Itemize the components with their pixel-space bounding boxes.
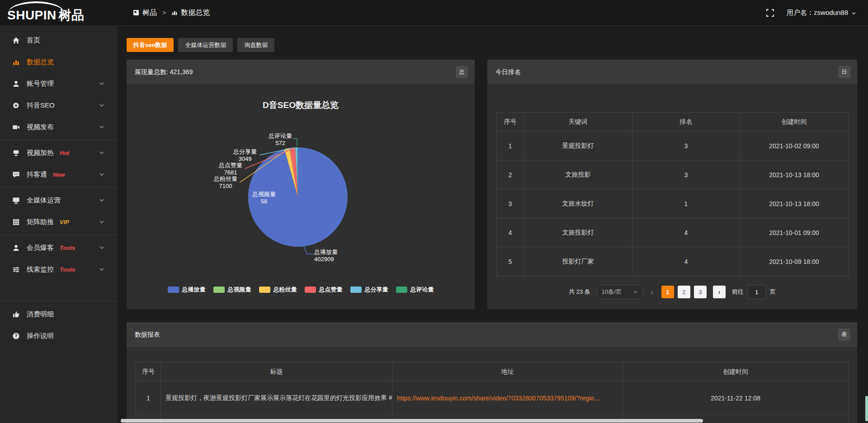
legend-item-1[interactable]: 总视频量 — [213, 286, 251, 294]
url-link[interactable]: https://www.iesdouyin.com/share/video/70… — [392, 381, 623, 415]
pie-slice-4[interactable] — [295, 147, 298, 197]
header-right: 用户名：zswodun88 — [766, 9, 868, 17]
legend-label: 总播放量 — [182, 286, 206, 294]
sidebar-item-member-baoke[interactable]: 会员爆客Tools — [0, 237, 118, 258]
pie-callout-5: 总评论量572 — [253, 132, 307, 147]
tab-inquiry-data[interactable]: 询盘数据 — [237, 38, 274, 52]
table-row[interactable]: 1景观投影灯，夜游景观投影灯厂家展示展示落花灯在花园里的灯光投影应用效果 #ht… — [136, 381, 849, 415]
page-size-select[interactable]: 10条/页 — [597, 285, 643, 299]
sidebar-item-badge: Tools — [60, 244, 75, 251]
table-cell: 文旅投影 — [524, 160, 632, 189]
pie-callout-value: 7681 — [203, 169, 258, 176]
legend-label: 总粉丝量 — [274, 286, 297, 294]
sidebar-item-media-operation[interactable]: 全媒体运营 — [0, 189, 118, 211]
next-page-button[interactable]: › — [713, 286, 726, 298]
sidebar-item-home[interactable]: 首页 — [0, 29, 118, 51]
sidebar-item-matrix-boost[interactable]: 矩阵助推VIP — [0, 211, 118, 233]
table-row[interactable]: 5投影灯厂家42021-10-09 18:00 — [497, 247, 849, 276]
sidebar-item-data-overview[interactable]: 数据总览 — [0, 51, 118, 73]
pie-slice-1[interactable] — [284, 149, 298, 197]
pie-callout-label: 总视频量 — [237, 191, 291, 198]
sidebar-item-label: 视频加热 — [27, 149, 54, 157]
chevron-down-icon — [633, 290, 638, 294]
table-view-button[interactable]: 表 — [838, 329, 850, 341]
sidebar-item-douyin-seo[interactable]: 抖音SEO — [0, 94, 118, 116]
breadcrumb-current[interactable]: 数据总览 — [171, 8, 210, 18]
table-row[interactable]: 2文旅投影32021-10-13 18:00 — [497, 160, 849, 189]
breadcrumb: 树品 > 数据总览 — [133, 8, 210, 18]
chevron-down-icon — [99, 81, 104, 86]
sidebar-item-consumption[interactable]: 消费明细 — [0, 303, 118, 325]
sidebar-item-label: 首页 — [27, 36, 40, 45]
vertical-scrollbar-thumb[interactable] — [865, 396, 868, 421]
legend-item-2[interactable]: 总粉丝量 — [259, 286, 297, 294]
video-camera-icon — [12, 123, 20, 131]
grid-icon — [12, 218, 20, 226]
pie-slice-3[interactable] — [290, 147, 298, 197]
page-button-3[interactable]: 3 — [694, 286, 707, 298]
sidebar-item-video-publish[interactable]: 视频发布 — [0, 116, 118, 138]
legend-item-3[interactable]: 总点赞量 — [305, 286, 343, 294]
page-button-2[interactable]: 2 — [678, 286, 690, 298]
sidebar-item-label: 消费明细 — [27, 310, 54, 319]
chart-legend: 总播放量总视频量总粉丝量总点赞量总分享量总评论量 — [127, 286, 475, 294]
report-panel-title: 数据报表 — [135, 331, 160, 339]
sidebar-item-doukertong[interactable]: 抖客通New — [0, 164, 118, 185]
row-index-cell: 1 — [136, 381, 161, 415]
sidebar-item-account-manage[interactable]: 账号管理 — [0, 73, 118, 94]
sidebar-item-label: 视频发布 — [27, 123, 54, 132]
chevron-down-icon — [99, 172, 104, 177]
user-menu[interactable]: 用户名：zswodun88 — [787, 9, 856, 17]
main-content: 抖音seo数据全媒体运营数据询盘数据 展现量总数: 421,369 总 D音SE… — [118, 25, 868, 423]
column-header: 标题 — [161, 362, 392, 381]
logo-text: SHUPIN树品 — [7, 7, 85, 24]
pie-slice-5[interactable] — [297, 147, 298, 197]
pie-callout-value: 402909 — [314, 256, 338, 263]
table-row[interactable]: 4文旅投影灯42021-10-01 09:00 — [497, 218, 849, 247]
page-button-1[interactable]: 1 — [661, 286, 674, 298]
sidebar-item-video-heat[interactable]: 视频加热Hot — [0, 142, 118, 164]
top-header: SHUPIN树品 树品 > 数据总览 用户名：zswodun88 — [0, 0, 868, 25]
billboard-icon — [12, 149, 20, 157]
daily-view-button[interactable]: 日 — [838, 66, 850, 78]
sidebar-item-clue-monitor[interactable]: 线索监控Tools — [0, 258, 118, 280]
tab-douyin-seo-data[interactable]: 抖音seo数据 — [127, 38, 174, 52]
pie-callout-label: 总点赞量 — [203, 162, 258, 169]
table-cell: 4 — [632, 218, 740, 247]
legend-item-0[interactable]: 总播放量 — [168, 286, 206, 294]
table-cell: 4 — [497, 218, 524, 247]
table-cell: 3 — [632, 132, 740, 160]
pie-chart — [127, 60, 475, 309]
sidebar-item-badge: Tools — [60, 266, 75, 273]
legend-item-5[interactable]: 总评论量 — [396, 286, 434, 294]
sidebar-item-label: 矩阵助推 — [27, 218, 54, 226]
breadcrumb-root[interactable]: 树品 — [133, 8, 157, 18]
sidebar-item-label: 数据总览 — [27, 58, 54, 66]
goto-suffix: 页 — [770, 288, 776, 296]
column-header: 创建时间 — [623, 362, 849, 381]
sidebar-item-instructions[interactable]: ?操作说明 — [0, 325, 118, 347]
horizontal-scrollbar-thumb[interactable] — [121, 419, 703, 423]
table-row[interactable]: 3文旅水纹灯12021-10-13 18:00 — [497, 189, 849, 218]
pie-slice-2[interactable] — [284, 148, 298, 197]
sidebar-item-badge: Hot — [60, 150, 70, 156]
sliders-icon — [12, 266, 20, 273]
table-header-row: 序号关键词排名创建时间 — [497, 113, 849, 132]
table-cell: 文旅水纹灯 — [524, 189, 632, 218]
bar-chart-icon — [171, 9, 178, 16]
tab-media-operation-data[interactable]: 全媒体运营数据 — [178, 38, 233, 52]
sidebar-item-label: 会员爆客 — [27, 244, 54, 252]
legend-item-4[interactable]: 总分享量 — [350, 286, 388, 294]
sidebar-divider — [0, 235, 118, 235]
pie-callout-0: 总播放量402909 — [314, 249, 338, 263]
total-view-button[interactable]: 总 — [456, 66, 468, 78]
pie-callout-value: 572 — [253, 140, 307, 147]
chevron-down-icon — [851, 11, 856, 16]
fullscreen-icon[interactable] — [766, 9, 774, 17]
pie-callout-value: 3049 — [218, 155, 272, 163]
prev-page-button[interactable]: ‹ — [649, 288, 655, 296]
chart-title: D音SEO数据量总览 — [127, 99, 475, 111]
goto-page-input[interactable] — [747, 285, 766, 299]
legend-label: 总评论量 — [410, 286, 434, 294]
table-row[interactable]: 1景观投影灯32021-10-02 09:00 — [497, 132, 849, 160]
